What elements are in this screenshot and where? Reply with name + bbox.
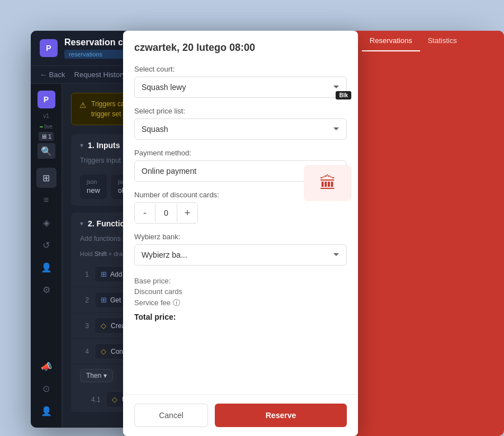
- func-icon-2: ⊞: [101, 296, 107, 304]
- sidebar-search[interactable]: 🔍: [37, 143, 55, 159]
- service-fee-label: Service fee ⓘ: [134, 298, 180, 308]
- price-summary: Base price: Discount cards Service fee ⓘ…: [134, 277, 347, 321]
- building-card: 🏛: [304, 165, 351, 201]
- warning-icon: ⚠: [79, 99, 87, 119]
- pill-new: json new: [80, 174, 107, 199]
- inputs-title: 1. Inputs: [88, 141, 120, 150]
- modal-body: czwartek, 20 lutego 08:00 Select court: …: [123, 31, 358, 394]
- func-icon-1: ⊞: [101, 270, 107, 278]
- sidebar-icon-stack[interactable]: ≡: [36, 190, 56, 210]
- func-icon-3: ◇: [101, 321, 106, 330]
- then-button[interactable]: Then ▾: [80, 369, 113, 382]
- chevron-icon-2: ▾: [80, 220, 83, 228]
- reserve-button[interactable]: Reserve: [215, 404, 347, 427]
- sidebar-icon-account[interactable]: 👤: [36, 401, 56, 421]
- price-label: Select price list:: [134, 107, 347, 115]
- sidebar-icon-profile[interactable]: ⊙: [36, 378, 56, 399]
- modal-footer: Cancel Reserve: [123, 394, 358, 436]
- app-logo: P: [40, 39, 58, 57]
- bank-section: Wybierz bank: Wybierz ba...: [134, 233, 347, 266]
- bank-select[interactable]: Wybierz ba...: [134, 244, 347, 266]
- sidebar-live: live: [40, 124, 53, 130]
- payment-label: Payment method:: [134, 149, 347, 157]
- stepper-minus-button[interactable]: -: [135, 203, 155, 223]
- sidebar: P v1 live 🖥 1 🔍 ⊞ ≡ ◈ ↺ 👤 ⚙ 📣 ⊙ 👤: [31, 84, 62, 428]
- sidebar-version: v1: [43, 113, 49, 119]
- sidebar-icon-grid[interactable]: ⊞: [36, 168, 56, 188]
- total-price-label: Total price:: [134, 312, 176, 321]
- tab-reservations[interactable]: Reservations: [362, 31, 420, 51]
- live-indicator: [40, 126, 43, 127]
- bank-label: Wybierz bank:: [134, 233, 347, 241]
- court-select[interactable]: Squash lewy Squash prawy Tenis: [134, 77, 347, 98]
- price-form-group: Select price list: Squash Tenis Badminto…: [134, 107, 347, 140]
- base-price-label: Base price:: [134, 277, 171, 285]
- back-button[interactable]: ← Back: [40, 70, 65, 79]
- sidebar-icon-layers[interactable]: ◈: [36, 212, 56, 233]
- discount-cards-label: Discount cards: [134, 287, 182, 296]
- sidebar-logo: P: [37, 91, 55, 108]
- discount-stepper: - 0 +: [134, 202, 198, 224]
- sidebar-icon-users[interactable]: 👤: [36, 257, 56, 277]
- chevron-icon: ▾: [80, 141, 83, 149]
- sidebar-icon-notifications[interactable]: 📣: [36, 356, 56, 376]
- stepper-plus-button[interactable]: +: [177, 203, 197, 223]
- func-icon-4: ◇: [101, 347, 106, 356]
- price-select[interactable]: Squash Tenis Badminton: [134, 119, 347, 140]
- sidebar-icon-history[interactable]: ↺: [36, 235, 56, 255]
- building-icon: 🏛: [319, 174, 336, 193]
- court-form-group: Select court: Squash lewy Squash prawy T…: [134, 65, 347, 98]
- stepper-value: 0: [155, 204, 177, 222]
- sidebar-monitor[interactable]: 🖥 1: [39, 132, 54, 141]
- modal-date: czwartek, 20 lutego 08:00: [134, 42, 347, 54]
- tab-statistics[interactable]: Statistics: [420, 31, 465, 51]
- modal-dialog: czwartek, 20 lutego 08:00 Select court: …: [123, 31, 358, 436]
- squash-badge: Blk: [336, 91, 351, 99]
- func-icon-4-1: ◇: [112, 395, 117, 404]
- court-label: Select court:: [134, 65, 347, 73]
- cancel-button[interactable]: Cancel: [134, 404, 208, 427]
- sidebar-icon-settings[interactable]: ⚙: [36, 279, 56, 300]
- request-history-button[interactable]: Request History: [74, 70, 126, 79]
